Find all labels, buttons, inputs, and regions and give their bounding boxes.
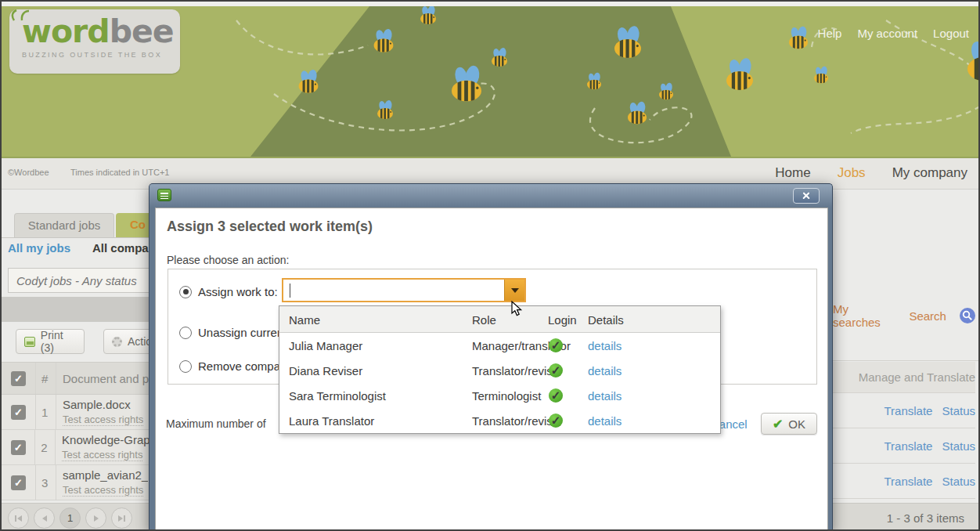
tabs-divider — [2, 237, 149, 238]
filter-all-my-jobs[interactable]: All my jobs — [8, 241, 70, 255]
text-caret — [290, 284, 290, 298]
document-sublink[interactable]: Test access rights — [63, 484, 143, 497]
status-link[interactable]: Status — [942, 404, 975, 417]
copyright-label: ©Wordbee — [8, 168, 49, 177]
assignee-dropdown: Name Role Login Details Julia Manager Ma… — [279, 305, 721, 434]
nav-my-company[interactable]: My company — [892, 165, 967, 181]
ok-button[interactable]: ✔ OK — [761, 413, 817, 435]
manage-translate-header: Manage and Translate — [833, 362, 975, 393]
document-sublink[interactable]: Test access rights — [62, 449, 142, 461]
divider — [833, 360, 980, 361]
user-option[interactable]: Julia Manager Manager/translator ✓ detai… — [279, 333, 720, 358]
search-icon[interactable] — [959, 307, 975, 324]
list-item: Translate Status — [833, 393, 975, 428]
translate-link[interactable]: Translate — [884, 404, 932, 417]
assign-dialog: Assign 3 selected work item(s) Please ch… — [149, 183, 833, 531]
items-count: 1 - 3 of 3 items — [833, 503, 980, 531]
logo-word: word — [22, 13, 110, 50]
column-role: Role — [472, 312, 496, 326]
assignee-combobox[interactable] — [282, 278, 526, 302]
user-role: Translator/revis — [472, 414, 553, 428]
column-name: Name — [289, 312, 320, 326]
print-icon — [24, 337, 35, 347]
user-name: Laura Translator — [289, 414, 374, 428]
ok-button-label: OK — [788, 417, 805, 431]
assign-work-label: Assign work to: — [198, 285, 278, 298]
row-number: 1 — [36, 395, 56, 429]
details-link[interactable]: details — [588, 414, 622, 428]
user-role: Terminologist — [472, 389, 541, 403]
login-check-icon: ✓ — [549, 363, 563, 377]
logo-tagline: BUZZING OUTSIDE THE BOX — [22, 51, 169, 59]
banner: wordbee BUZZING OUTSIDE THE BOX Help My … — [2, 6, 980, 157]
jobs-table-header: ✓ # Document and p — [2, 362, 149, 395]
login-check-icon: ✓ — [549, 388, 563, 403]
tab-standard-jobs[interactable]: Standard jobs — [14, 213, 114, 237]
dropdown-header: Name Role Login Details — [279, 306, 720, 333]
close-icon[interactable] — [793, 188, 820, 204]
document-sublink[interactable]: Test access rights — [63, 414, 143, 426]
dialog-titlebar — [150, 184, 832, 208]
user-name: Diana Reviser — [289, 364, 362, 377]
user-role: Translator/revis — [472, 364, 553, 377]
jobs-filter-input[interactable] — [8, 268, 164, 293]
my-searches-link[interactable]: My searches — [833, 302, 896, 329]
details-link[interactable]: details — [588, 389, 622, 403]
next-page-button[interactable] — [85, 508, 106, 529]
nav-home[interactable]: Home — [775, 165, 810, 181]
filter-all-company-jobs[interactable]: All compa — [92, 241, 149, 255]
user-option[interactable]: Laura Translator Translator/revis ✓ deta… — [279, 408, 720, 433]
user-name: Julia Manager — [289, 339, 362, 352]
mouse-cursor-icon — [511, 301, 523, 317]
timezone-note: Times indicated in UTC+1 — [70, 168, 169, 177]
pagination: 1 — [2, 503, 149, 531]
last-page-button[interactable] — [111, 508, 132, 529]
dialog-title: Assign 3 selected work item(s) — [167, 219, 373, 235]
details-link[interactable]: details — [588, 339, 622, 352]
details-link[interactable]: details — [588, 364, 622, 377]
user-name: Sara Terminologist — [289, 389, 386, 403]
logout-link[interactable]: Logout — [933, 27, 969, 40]
assign-work-radio[interactable] — [179, 286, 192, 298]
print-button-label: Print (3) — [41, 329, 76, 354]
print-button[interactable]: Print (3) — [16, 329, 85, 354]
table-row[interactable]: ✓ 3 sample_avian2_ Test access rights — [2, 465, 149, 500]
select-all-checkbox[interactable]: ✓ — [11, 371, 26, 386]
logo-bee: bee — [110, 13, 174, 50]
status-link[interactable]: Status — [942, 475, 975, 488]
gear-icon — [112, 337, 122, 347]
table-row[interactable]: ✓ 1 Sample.docx Test access rights — [2, 395, 149, 430]
user-option[interactable]: Sara Terminologist Terminologist ✓ detai… — [279, 383, 720, 408]
row-number: 2 — [35, 430, 56, 464]
main-nav: Home Jobs My company — [775, 165, 967, 181]
chevron-down-icon[interactable] — [504, 280, 524, 301]
search-link[interactable]: Search — [909, 309, 946, 323]
unassign-label: Unassign curren — [198, 326, 283, 339]
dialog-body: Assign 3 selected work item(s) Please ch… — [155, 208, 828, 531]
wordbee-logo: wordbee BUZZING OUTSIDE THE BOX — [9, 9, 180, 74]
translate-link[interactable]: Translate — [884, 439, 932, 453]
status-link[interactable]: Status — [942, 439, 975, 453]
previous-page-button[interactable] — [34, 508, 55, 529]
user-option[interactable]: Diana Reviser Translator/revis ✓ details — [279, 358, 720, 383]
remove-radio[interactable] — [179, 360, 192, 373]
row-checkbox[interactable]: ✓ — [11, 475, 26, 490]
column-document: Document and p — [56, 372, 149, 385]
nav-jobs[interactable]: Jobs — [838, 165, 866, 181]
table-row[interactable]: ✓ 2 Knowledge-Grap Test access rights — [2, 430, 149, 465]
column-details: Details — [588, 312, 624, 326]
my-account-link[interactable]: My account — [857, 27, 917, 40]
column-login: Login — [548, 312, 577, 326]
row-checkbox[interactable]: ✓ — [11, 440, 26, 455]
row-checkbox[interactable]: ✓ — [11, 405, 26, 420]
translate-link[interactable]: Translate — [884, 475, 932, 488]
unassign-radio[interactable] — [179, 327, 192, 339]
current-page-button[interactable]: 1 — [59, 508, 81, 529]
first-page-button[interactable] — [8, 508, 29, 529]
help-link[interactable]: Help — [818, 27, 842, 40]
logo-antennae-icon — [9, 9, 33, 22]
list-item: Translate Status — [833, 464, 975, 499]
dialog-prompt: Please choose an action: — [167, 254, 289, 266]
column-number: # — [36, 363, 56, 394]
login-check-icon: ✓ — [549, 338, 563, 352]
